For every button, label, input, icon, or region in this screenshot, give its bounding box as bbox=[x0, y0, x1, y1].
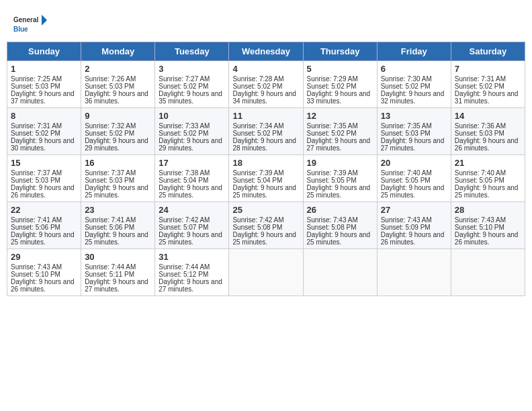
sunrise-label: Sunrise: 7:35 AM bbox=[381, 122, 432, 130]
day-number: 24 bbox=[159, 205, 225, 215]
calendar-cell: 20Sunrise: 7:40 AMSunset: 5:05 PMDayligh… bbox=[377, 155, 451, 202]
daylight-label: Daylight: 9 hours and 25 minutes. bbox=[232, 184, 296, 199]
daylight-label: Daylight: 9 hours and 25 minutes. bbox=[381, 184, 445, 199]
calendar-cell: 4Sunrise: 7:28 AMSunset: 5:02 PMDaylight… bbox=[229, 61, 303, 108]
daylight-label: Daylight: 9 hours and 28 minutes. bbox=[232, 137, 296, 152]
header: General Blue bbox=[7, 7, 525, 38]
day-number: 23 bbox=[85, 205, 151, 215]
calendar-cell: 10Sunrise: 7:33 AMSunset: 5:02 PMDayligh… bbox=[155, 108, 229, 155]
day-number: 6 bbox=[381, 64, 447, 74]
calendar-cell: 14Sunrise: 7:36 AMSunset: 5:03 PMDayligh… bbox=[451, 108, 525, 155]
calendar-cell: 22Sunrise: 7:41 AMSunset: 5:06 PMDayligh… bbox=[7, 202, 81, 249]
sunset-label: Sunset: 5:04 PM bbox=[232, 177, 282, 184]
sunset-label: Sunset: 5:03 PM bbox=[11, 177, 60, 184]
calendar-cell bbox=[229, 249, 303, 296]
day-number: 30 bbox=[85, 252, 151, 262]
calendar-cell: 30Sunrise: 7:44 AMSunset: 5:11 PMDayligh… bbox=[81, 249, 155, 296]
weekday-header-thursday: Thursday bbox=[303, 42, 377, 61]
weekday-header-tuesday: Tuesday bbox=[155, 42, 229, 61]
sunset-label: Sunset: 5:06 PM bbox=[11, 224, 60, 231]
sunrise-label: Sunrise: 7:37 AM bbox=[11, 169, 62, 177]
sunset-label: Sunset: 5:02 PM bbox=[455, 83, 504, 90]
sunrise-label: Sunrise: 7:44 AM bbox=[159, 263, 210, 271]
sunrise-label: Sunrise: 7:41 AM bbox=[11, 216, 62, 224]
daylight-label: Daylight: 9 hours and 27 minutes. bbox=[381, 137, 445, 152]
calendar-cell: 5Sunrise: 7:29 AMSunset: 5:02 PMDaylight… bbox=[303, 61, 377, 108]
calendar-cell bbox=[303, 249, 377, 296]
sunrise-label: Sunrise: 7:40 AM bbox=[455, 169, 506, 177]
sunset-label: Sunset: 5:02 PM bbox=[159, 130, 208, 137]
daylight-label: Daylight: 9 hours and 25 minutes. bbox=[307, 231, 371, 246]
daylight-label: Daylight: 9 hours and 27 minutes. bbox=[85, 278, 148, 293]
daylight-label: Daylight: 9 hours and 33 minutes. bbox=[307, 90, 371, 105]
daylight-label: Daylight: 9 hours and 25 minutes. bbox=[455, 184, 519, 199]
sunrise-label: Sunrise: 7:31 AM bbox=[455, 75, 506, 83]
calendar-cell: 31Sunrise: 7:44 AMSunset: 5:12 PMDayligh… bbox=[155, 249, 229, 296]
sunrise-label: Sunrise: 7:39 AM bbox=[232, 169, 283, 177]
sunset-label: Sunset: 5:03 PM bbox=[381, 130, 431, 137]
sunset-label: Sunset: 5:03 PM bbox=[85, 83, 134, 90]
day-number: 26 bbox=[307, 205, 373, 215]
day-number: 29 bbox=[11, 252, 77, 262]
sunset-label: Sunset: 5:07 PM bbox=[159, 224, 208, 231]
sunset-label: Sunset: 5:09 PM bbox=[381, 224, 431, 231]
sunrise-label: Sunrise: 7:43 AM bbox=[307, 216, 358, 224]
calendar-cell: 6Sunrise: 7:30 AMSunset: 5:02 PMDaylight… bbox=[377, 61, 451, 108]
day-number: 1 bbox=[11, 64, 77, 74]
day-number: 19 bbox=[307, 158, 373, 168]
sunset-label: Sunset: 5:10 PM bbox=[455, 224, 504, 231]
weekday-header-row: SundayMondayTuesdayWednesdayThursdayFrid… bbox=[7, 42, 525, 61]
sunrise-label: Sunrise: 7:42 AM bbox=[232, 216, 283, 224]
weekday-header-monday: Monday bbox=[81, 42, 155, 61]
calendar-week-2: 8Sunrise: 7:31 AMSunset: 5:02 PMDaylight… bbox=[7, 108, 525, 155]
sunrise-label: Sunrise: 7:42 AM bbox=[159, 216, 210, 224]
sunrise-label: Sunrise: 7:32 AM bbox=[85, 122, 136, 130]
calendar-cell bbox=[377, 249, 451, 296]
calendar-cell: 13Sunrise: 7:35 AMSunset: 5:03 PMDayligh… bbox=[377, 108, 451, 155]
sunset-label: Sunset: 5:11 PM bbox=[85, 271, 134, 278]
daylight-label: Daylight: 9 hours and 37 minutes. bbox=[11, 90, 75, 105]
weekday-header-saturday: Saturday bbox=[451, 42, 525, 61]
sunset-label: Sunset: 5:02 PM bbox=[307, 83, 357, 90]
day-number: 21 bbox=[455, 158, 521, 168]
calendar-cell: 8Sunrise: 7:31 AMSunset: 5:02 PMDaylight… bbox=[7, 108, 81, 155]
calendar-cell: 16Sunrise: 7:37 AMSunset: 5:03 PMDayligh… bbox=[81, 155, 155, 202]
calendar-cell: 21Sunrise: 7:40 AMSunset: 5:05 PMDayligh… bbox=[451, 155, 525, 202]
day-number: 12 bbox=[307, 111, 373, 121]
daylight-label: Daylight: 9 hours and 25 minutes. bbox=[159, 184, 222, 199]
sunrise-label: Sunrise: 7:39 AM bbox=[307, 169, 358, 177]
calendar-table: SundayMondayTuesdayWednesdayThursdayFrid… bbox=[7, 42, 525, 296]
sunset-label: Sunset: 5:02 PM bbox=[232, 130, 282, 137]
sunrise-label: Sunrise: 7:30 AM bbox=[381, 75, 432, 83]
day-number: 14 bbox=[455, 111, 521, 121]
daylight-label: Daylight: 9 hours and 26 minutes. bbox=[11, 278, 75, 293]
daylight-label: Daylight: 9 hours and 26 minutes. bbox=[381, 231, 445, 246]
day-number: 4 bbox=[232, 64, 299, 74]
daylight-label: Daylight: 9 hours and 27 minutes. bbox=[307, 137, 371, 152]
sunrise-label: Sunrise: 7:26 AM bbox=[85, 75, 136, 83]
sunset-label: Sunset: 5:08 PM bbox=[307, 224, 357, 231]
sunrise-label: Sunrise: 7:43 AM bbox=[11, 263, 62, 271]
calendar-cell: 27Sunrise: 7:43 AMSunset: 5:09 PMDayligh… bbox=[377, 202, 451, 249]
day-number: 16 bbox=[85, 158, 151, 168]
day-number: 25 bbox=[232, 205, 299, 215]
sunset-label: Sunset: 5:08 PM bbox=[232, 224, 282, 231]
calendar-cell: 24Sunrise: 7:42 AMSunset: 5:07 PMDayligh… bbox=[155, 202, 229, 249]
svg-text:General: General bbox=[13, 16, 38, 24]
day-number: 18 bbox=[232, 158, 299, 168]
calendar-cell: 3Sunrise: 7:27 AMSunset: 5:02 PMDaylight… bbox=[155, 61, 229, 108]
sunset-label: Sunset: 5:03 PM bbox=[455, 130, 504, 137]
calendar-cell: 26Sunrise: 7:43 AMSunset: 5:08 PMDayligh… bbox=[303, 202, 377, 249]
sunrise-label: Sunrise: 7:28 AM bbox=[232, 75, 283, 83]
daylight-label: Daylight: 9 hours and 30 minutes. bbox=[11, 137, 75, 152]
sunset-label: Sunset: 5:02 PM bbox=[11, 130, 60, 137]
calendar-week-3: 15Sunrise: 7:37 AMSunset: 5:03 PMDayligh… bbox=[7, 155, 525, 202]
calendar-cell: 11Sunrise: 7:34 AMSunset: 5:02 PMDayligh… bbox=[229, 108, 303, 155]
calendar-cell: 18Sunrise: 7:39 AMSunset: 5:04 PMDayligh… bbox=[229, 155, 303, 202]
calendar-week-5: 29Sunrise: 7:43 AMSunset: 5:10 PMDayligh… bbox=[7, 249, 525, 296]
sunrise-label: Sunrise: 7:43 AM bbox=[455, 216, 506, 224]
sunrise-label: Sunrise: 7:43 AM bbox=[381, 216, 432, 224]
sunset-label: Sunset: 5:03 PM bbox=[85, 177, 134, 184]
day-number: 8 bbox=[11, 111, 77, 121]
calendar-cell: 19Sunrise: 7:39 AMSunset: 5:05 PMDayligh… bbox=[303, 155, 377, 202]
